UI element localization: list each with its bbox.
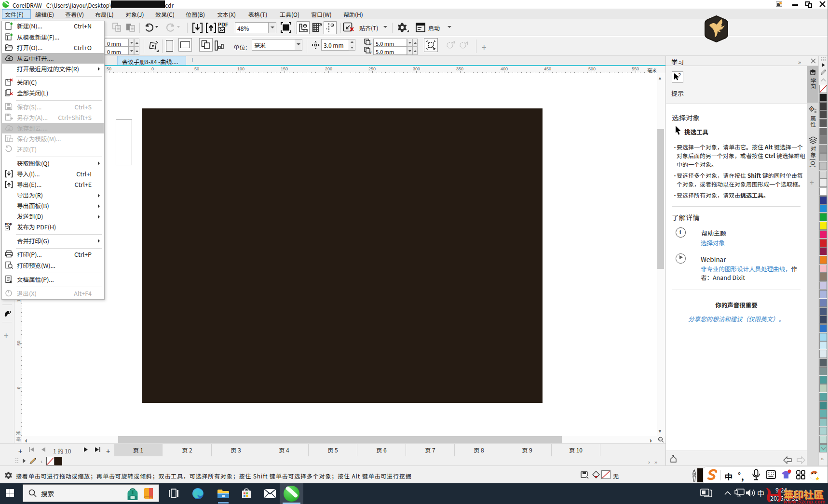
svg-text:x: x: [370, 42, 372, 46]
svg-text:y: y: [370, 51, 372, 54]
svg-text:?: ?: [678, 72, 681, 78]
